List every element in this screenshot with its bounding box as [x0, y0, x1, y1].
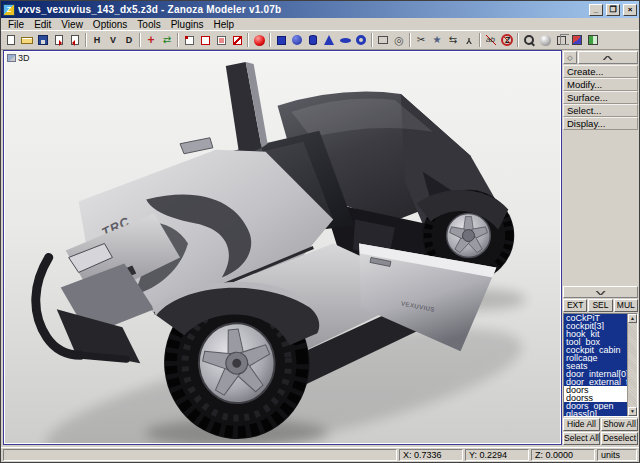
create-disc-icon [340, 38, 351, 43]
mode-buttons: EXTSELMUL [563, 299, 638, 312]
menu-options[interactable]: Options [88, 19, 132, 30]
object-list-item[interactable]: hook_kit [564, 330, 627, 338]
select-edges-icon [201, 36, 210, 45]
collapse-down-button[interactable]: ∨ [563, 286, 638, 298]
close-button[interactable]: × [623, 4, 637, 16]
cut-tool-button[interactable] [413, 32, 429, 48]
menu-edit[interactable]: Edit [29, 19, 56, 30]
menu-help[interactable]: Help [209, 19, 240, 30]
view-horizontal-button[interactable]: H [89, 32, 105, 48]
new-file-button[interactable] [3, 32, 19, 48]
chevron-up-icon: ∧ [600, 54, 615, 61]
deselect-button[interactable]: Deselect [601, 432, 638, 445]
object-list-item[interactable]: seats [564, 362, 627, 370]
shaded-view-button[interactable] [537, 32, 553, 48]
toolbar-separator [517, 33, 519, 47]
create-disc-button[interactable] [337, 32, 353, 48]
viewport-mode-icon[interactable] [7, 54, 16, 62]
mirror-tool-button[interactable] [445, 32, 461, 48]
object-list-item[interactable]: rollcage [564, 354, 627, 362]
material-view-button[interactable] [585, 32, 601, 48]
view-vertical-button[interactable]: V [105, 32, 121, 48]
viewport-label[interactable]: 3D [7, 53, 30, 63]
chevron-down-icon: ∨ [593, 289, 608, 296]
create-circle-button[interactable] [391, 32, 407, 48]
import-file-button[interactable] [51, 32, 67, 48]
scroll-up-button[interactable]: ▲ [628, 314, 637, 323]
toolbar: HVD [1, 31, 639, 50]
menu-plugins[interactable]: Plugins [166, 19, 209, 30]
mode-button-mul[interactable]: MUL [614, 299, 638, 312]
material-sphere-icon [254, 35, 265, 46]
object-list-item[interactable]: door_external_ta [564, 378, 627, 386]
select-edges-button[interactable] [197, 32, 213, 48]
toolbar-separator [85, 33, 87, 47]
view-vertical-icon: V [110, 36, 116, 45]
show-all-button[interactable]: Show All [601, 418, 638, 431]
material-view-icon [588, 35, 598, 45]
move-gizmo-button[interactable] [159, 32, 175, 48]
title-bar[interactable]: Z vxvs_vexuvius_143_dx5.z3d - Zanoza Mod… [1, 1, 639, 18]
local-axes-button[interactable] [143, 32, 159, 48]
side-menu-select[interactable]: Select... [563, 104, 638, 117]
select-vertices-button[interactable] [181, 32, 197, 48]
viewport-3d[interactable]: 3D [3, 50, 562, 445]
scroll-track[interactable] [628, 323, 637, 407]
create-cylinder-button[interactable] [305, 32, 321, 48]
open-file-button[interactable] [19, 32, 35, 48]
attach-tool-button[interactable] [461, 32, 477, 48]
mode-button-sel[interactable]: SEL [588, 299, 612, 312]
star-tool-button[interactable] [429, 32, 445, 48]
object-list-item[interactable]: tool_box [564, 338, 627, 346]
object-list-item[interactable]: door_internal[0] [564, 370, 627, 378]
create-box-button[interactable] [273, 32, 289, 48]
material-sphere-button[interactable] [251, 32, 267, 48]
status-y: Y: 0.2294 [465, 449, 529, 461]
normals-tool-button[interactable] [483, 32, 499, 48]
object-list-scrollbar[interactable]: ▲ ▼ [627, 314, 637, 416]
side-menu-surface[interactable]: Surface... [563, 91, 638, 104]
select-faces-icon [217, 36, 226, 45]
export-file-icon [71, 35, 79, 45]
status-bar: X: 0.7336Y: 0.2294Z: 0.0000units [1, 447, 639, 462]
object-list-item[interactable]: doorss [564, 394, 627, 402]
export-file-button[interactable] [67, 32, 83, 48]
object-list-item[interactable]: glass[0] [564, 410, 627, 416]
object-list-item[interactable]: cockpit_cabin [564, 346, 627, 354]
create-torus-button[interactable] [353, 32, 369, 48]
mode-button-ext[interactable]: EXT [563, 299, 587, 312]
select-none-button[interactable] [229, 32, 245, 48]
toolbar-separator [139, 33, 141, 47]
z-disable-icon [501, 34, 513, 46]
wireframe-view-icon [557, 36, 566, 45]
side-menu-modify[interactable]: Modify... [563, 78, 638, 91]
app-window: Z vxvs_vexuvius_143_dx5.z3d - Zanoza Mod… [0, 0, 640, 463]
menu-bar: FileEditViewOptionsToolsPluginsHelp [1, 18, 639, 31]
side-menu-display[interactable]: Display... [563, 117, 638, 130]
object-list-item[interactable]: cockpit[3] [564, 322, 627, 330]
select-faces-button[interactable] [213, 32, 229, 48]
object-list-item[interactable]: doors [564, 386, 627, 394]
object-list-item[interactable]: doors_open [564, 402, 627, 410]
panel-pin-button[interactable]: ◇ [563, 51, 577, 64]
scroll-down-button[interactable]: ▼ [628, 407, 637, 416]
save-file-button[interactable] [35, 32, 51, 48]
zoom-tool-button[interactable] [521, 32, 537, 48]
menu-tools[interactable]: Tools [132, 19, 165, 30]
view-3d-button[interactable]: D [121, 32, 137, 48]
wireframe-view-button[interactable] [553, 32, 569, 48]
menu-view[interactable]: View [56, 19, 88, 30]
restore-button[interactable]: ❐ [606, 4, 620, 16]
z-disable-button[interactable] [499, 32, 515, 48]
object-list-item[interactable]: coCkPiT [564, 314, 627, 322]
create-sphere-button[interactable] [289, 32, 305, 48]
select-all-button[interactable]: Select All [563, 432, 600, 445]
create-cone-button[interactable] [321, 32, 337, 48]
hide-all-button[interactable]: Hide All [563, 418, 600, 431]
textured-view-button[interactable] [569, 32, 585, 48]
menu-file[interactable]: File [3, 19, 29, 30]
collapse-up-button[interactable]: ∧ [578, 51, 638, 64]
side-menu-create[interactable]: Create... [563, 65, 638, 78]
create-rectangle-button[interactable] [375, 32, 391, 48]
minimize-button[interactable]: _ [589, 4, 603, 16]
